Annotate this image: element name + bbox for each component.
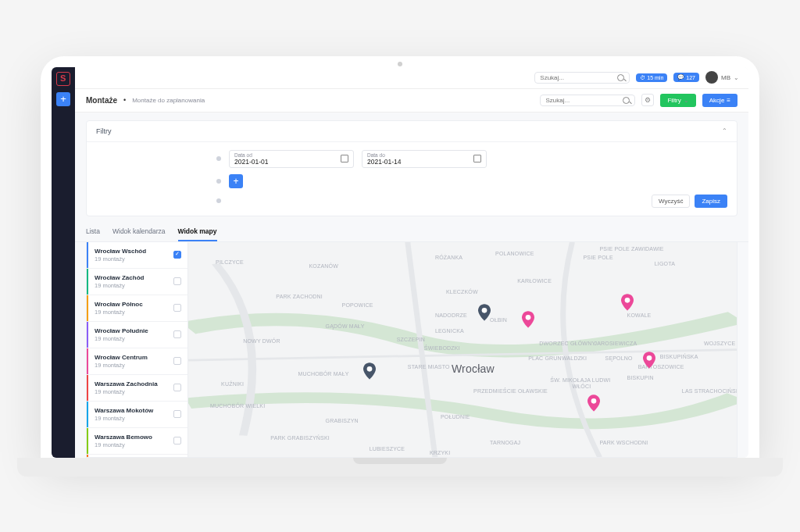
menu-icon: ≡ [727, 97, 730, 104]
map-district-label: Park Wschodni [600, 440, 648, 445]
map-district-label: RÓŻANKA [435, 255, 462, 260]
user-menu[interactable]: MB ⌄ [705, 71, 739, 84]
save-button[interactable]: Zapisz [695, 195, 727, 208]
clear-button[interactable]: Wyczyść [652, 195, 690, 208]
add-filter-button[interactable]: + [229, 174, 243, 188]
sidebar-item[interactable]: Wrocław Centrum19 montaży [87, 348, 188, 375]
svg-point-0 [366, 366, 372, 372]
sidebar-item[interactable]: Wrocław Południe19 montaży [87, 322, 188, 348]
map-pin[interactable] [478, 304, 491, 321]
page-search[interactable] [540, 95, 635, 106]
map-district-label: PSIE POLE ZAWIDAWIE [600, 246, 664, 252]
map-district-label: PSIE POLE [583, 255, 612, 260]
map-district-label: TARNOGAJ [490, 440, 520, 445]
rail-add-button[interactable]: + [56, 92, 70, 106]
map-pin[interactable] [363, 362, 376, 380]
checkbox[interactable] [173, 384, 181, 391]
checkbox[interactable] [173, 251, 181, 259]
view-tabs: Lista Widok kalendarza Widok mapy [75, 223, 748, 242]
map-district-label: GRABISZYN [326, 418, 359, 423]
chevron-down-icon: ⌄ [734, 74, 739, 81]
date-from-field[interactable]: Data od 2021-01-01 [229, 150, 354, 168]
checkbox[interactable] [173, 410, 181, 418]
filter-dot-icon [216, 198, 221, 203]
map-pin[interactable] [643, 352, 655, 369]
map-district-label: PRZEDMIEŚCIE OŁAWSKIE [473, 388, 548, 394]
sidebar-item-title: Wrocław Wschód [95, 248, 146, 255]
map-district-label: Biskupińska [660, 354, 698, 359]
checkbox[interactable] [173, 304, 181, 312]
sidebar-item[interactable]: Warszawa Śródmieście19 montaży [87, 455, 188, 457]
map-district-label: KARŁOWICE [517, 278, 552, 284]
sidebar-item[interactable]: Warszawa Bemowo19 montaży [87, 428, 188, 455]
timer-badge-text: 15 min [647, 75, 663, 80]
sidebar-item-title: Warszawa Bemowo [95, 434, 152, 441]
checkbox[interactable] [173, 437, 181, 445]
sidebar-item[interactable]: Warszawa Mokotów19 montaży [87, 402, 188, 428]
date-to-field[interactable]: Data do 2021-01-14 [362, 150, 487, 168]
map-pin[interactable] [588, 395, 600, 412]
map-city-label: Wrocław [452, 362, 495, 375]
filters-panel: Filtry ⌃ Data od 2021-01-01 Data do 2021… [86, 120, 738, 216]
map-district-label: WOJSZYCE [704, 341, 736, 346]
map-district-label: Św. Mikołaja Ludwi [550, 377, 610, 383]
sidebar-item[interactable]: Warszawa Zachodnia19 montaży [87, 375, 188, 402]
tab-map[interactable]: Widok mapy [178, 223, 217, 241]
user-initials: MB [721, 74, 730, 81]
map-district-label: LIGOTA [655, 261, 675, 266]
sidebar-item-title: Warszawa Mokotów [95, 407, 153, 414]
page-title: Montaże [86, 96, 117, 105]
left-rail: + [52, 67, 75, 458]
sidebar-item-title: Wrocław Zachód [95, 274, 144, 281]
page-header: Montaże • Montaże do zaplanowania ⚙ Filt… [75, 89, 748, 112]
map-district-label: POPOWICE [342, 302, 373, 308]
sidebar-item[interactable]: Wrocław Wschód19 montaży [87, 242, 188, 269]
map-district-label: Świebodzki [424, 345, 460, 351]
settings-button[interactable]: ⚙ [641, 94, 654, 106]
checkbox[interactable] [173, 330, 181, 338]
sidebar-item-sub: 19 montaży [95, 282, 144, 289]
avatar [705, 71, 718, 84]
sidebar-item-sub: 19 montaży [95, 309, 143, 316]
map-district-label: NADODRZE [435, 312, 467, 318]
map-district-label: STARE MIASTO [408, 364, 450, 370]
map-district-label: Dworzec Główny [539, 341, 595, 346]
topbar: ⏱ 15 min 💬 127 MB ⌄ [75, 67, 748, 89]
calendar-icon [473, 155, 481, 162]
actions-button[interactable]: Akcje ≡ [702, 94, 738, 107]
map-pin[interactable] [621, 294, 634, 311]
map-canvas[interactable]: PILCZYCEKOZANÓWRÓŻANKAPOLANOWICEPSIE POL… [188, 242, 737, 457]
map-district-label: PILCZYCE [216, 259, 244, 265]
tab-list[interactable]: Lista [86, 223, 100, 241]
global-search-input[interactable] [540, 74, 614, 81]
search-icon [623, 97, 630, 104]
global-search[interactable] [534, 72, 630, 84]
sidebar-item[interactable]: Wrocław Północ19 montaży [87, 295, 188, 322]
timer-badge[interactable]: ⏱ 15 min [636, 73, 667, 82]
app-logo[interactable] [56, 72, 70, 86]
svg-point-5 [591, 398, 597, 404]
map-district-label: SZCZEPIN [397, 337, 425, 342]
map-district-label: GĄDÓW MAŁY [326, 323, 365, 329]
sidebar-item-sub: 19 montaży [95, 335, 148, 342]
sidebar-item[interactable]: Wrocław Zachód19 montaży [87, 269, 188, 295]
map-pin[interactable] [522, 311, 534, 328]
notif-badge[interactable]: 💬 127 [673, 73, 699, 82]
map-district-label: Park Zachodni [276, 294, 323, 299]
checkbox[interactable] [173, 277, 181, 285]
checkbox[interactable] [173, 357, 181, 365]
sidebar-item-sub: 19 montaży [95, 415, 153, 422]
map-district-label: BISKUPIN [627, 375, 654, 380]
map-district-label: POŁUDNIE [441, 414, 470, 420]
chevron-up-icon[interactable]: ⌃ [722, 127, 727, 134]
map-district-label: NOWY DWÓR [243, 338, 280, 344]
sidebar-item-sub: 19 montaży [95, 255, 146, 262]
sidebar-item-title: Warszawa Zachodnia [95, 380, 158, 387]
svg-point-3 [624, 298, 630, 303]
sidebar-item-sub: 19 montaży [95, 441, 152, 448]
region-sidebar: Wrocław Wschód19 montażyWrocław Zachód19… [87, 242, 188, 457]
map-district-label: POLANOWICE [495, 251, 534, 256]
tab-calendar[interactable]: Widok kalendarza [112, 223, 166, 241]
filters-button[interactable]: Filtry ⌄ [660, 94, 695, 107]
page-search-input[interactable] [545, 97, 620, 104]
